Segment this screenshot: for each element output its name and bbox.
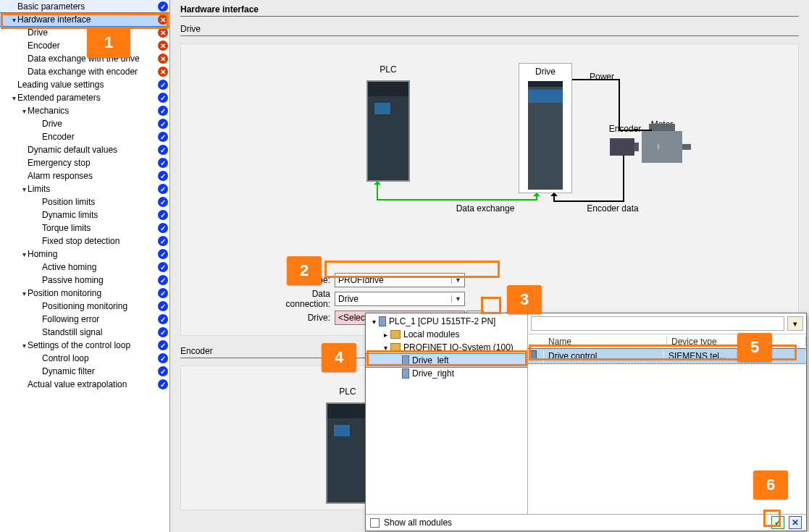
status-ok-icon [156, 208, 169, 221]
tree-item-label: Passive homing [42, 275, 156, 285]
status-error-icon [156, 26, 169, 39]
tree-caret-icon: ▾ [20, 185, 28, 193]
tree-item[interactable]: Data exchange with encoder [0, 65, 169, 78]
show-all-checkbox[interactable] [370, 518, 380, 528]
drive-label: Drive [519, 67, 571, 77]
status-ok-icon [156, 104, 169, 117]
tree-caret-icon: ▾ [10, 94, 17, 102]
tree-item-label: Hardware interface [17, 14, 156, 25]
tree-item[interactable]: Active homing [0, 261, 169, 274]
tree-item[interactable]: Emergency stop [0, 156, 169, 169]
folder-icon [390, 330, 401, 339]
tree-item[interactable]: ▾Limits [0, 182, 169, 195]
status-error-icon [156, 65, 169, 78]
tree-item[interactable]: Fixed stop detection [0, 235, 169, 248]
nav-tree[interactable]: Basic parameters▾Hardware interfaceDrive… [0, 0, 170, 532]
tree-caret-icon: ▾ [10, 16, 17, 24]
popup-tree-label: PROFINET IO-System (100) [403, 342, 514, 352]
status-error-icon [156, 39, 169, 52]
tree-item-label: Position limits [42, 197, 156, 207]
col-device-type[interactable]: Device type [667, 337, 806, 347]
popup-tree-label: Drive_left [412, 355, 449, 366]
tree-item[interactable]: ▾Mechanics [0, 104, 169, 117]
cancel-button[interactable]: ✕ [789, 516, 802, 529]
connector-line [619, 79, 620, 131]
chevron-down-icon: ▼ [451, 295, 461, 303]
tree-item[interactable]: Leading value settings [0, 78, 169, 91]
status-ok-icon [156, 235, 169, 248]
tree-item-label: Extended parameters [17, 93, 156, 103]
tree-item[interactable]: Data exchange with the drive [0, 52, 169, 65]
tree-item[interactable]: Drive [0, 117, 169, 130]
device-icon [379, 316, 386, 326]
status-ok-icon [156, 365, 169, 378]
status-ok-icon [156, 274, 169, 287]
callout-4: 4 [322, 343, 356, 372]
callout-6: 6 [753, 470, 788, 499]
drive-type-select[interactable]: PROFIdrive▼ [335, 273, 465, 287]
data-exchange-label: Data exchange [413, 203, 558, 214]
tree-item[interactable]: Standstill signal [0, 326, 169, 339]
tree-item[interactable]: Encoder [0, 130, 169, 143]
status-ok-icon [156, 130, 169, 143]
tree-item[interactable]: ▾Homing [0, 248, 169, 261]
show-all-label: Show all modules [384, 518, 452, 528]
plc-label: PLC [326, 387, 369, 397]
tree-item-label: Data exchange with encoder [28, 67, 156, 77]
tree-item[interactable]: ▾Extended parameters [0, 91, 169, 104]
tree-item[interactable]: Dynamic filter [0, 365, 169, 378]
tree-item[interactable]: Torque limits [0, 221, 169, 235]
popup-tree-item[interactable]: ▾PLC_1 [CPU 1515TF-2 PN] [366, 315, 527, 328]
tree-item[interactable]: Control loop [0, 352, 169, 365]
filter-input[interactable] [531, 316, 784, 331]
status-ok-icon [156, 195, 169, 208]
tree-caret-icon: ▾ [370, 318, 377, 326]
page-title: Hardware interface [180, 4, 799, 14]
tree-item-label: Encoder [42, 132, 156, 142]
tree-item[interactable]: Alarm responses [0, 169, 169, 182]
tree-item[interactable]: Basic parameters [0, 0, 169, 13]
status-ok-icon [156, 0, 169, 13]
popup-tree-item[interactable]: Drive_left [366, 354, 527, 367]
tree-item[interactable]: Drive [0, 26, 169, 39]
popup-tree-item[interactable]: ▾PROFINET IO-System (100) [366, 341, 527, 354]
tree-item[interactable]: Passive homing [0, 274, 169, 287]
popup-footer: Show all modules ✓ ✕ [366, 515, 806, 531]
popup-tree-item[interactable]: ▸Local modules [366, 328, 527, 341]
tree-item[interactable]: ▾Position monitoring [0, 287, 169, 300]
filter-button[interactable]: ▾ [787, 316, 803, 331]
tree-caret-icon: ▸ [382, 331, 389, 339]
data-connection-label: Data connection: [265, 289, 335, 309]
tree-item[interactable]: Position limits [0, 195, 169, 208]
tree-item-label: Actual value extrapolation [28, 379, 156, 389]
tree-item[interactable]: Actual value extrapolation [0, 378, 169, 391]
status-ok-icon [156, 352, 169, 365]
connector-line [623, 156, 624, 202]
tree-item[interactable]: ▾Hardware interface [0, 13, 169, 26]
callout-1: 1 [87, 28, 130, 58]
col-name[interactable]: Name [544, 337, 667, 347]
ok-button[interactable]: ✓ [771, 516, 784, 529]
motor-icon: ᚾ [642, 131, 682, 163]
tree-item[interactable]: Dynamic default values [0, 143, 169, 156]
encoder-data-label: Encoder data [555, 203, 671, 214]
tree-item-label: Dynamic default values [28, 145, 156, 155]
data-connection-select[interactable]: Drive▼ [335, 292, 465, 306]
tree-item[interactable]: Dynamic limits [0, 208, 169, 221]
popup-device-tree[interactable]: ▾PLC_1 [CPU 1515TF-2 PN]▸Local modules▾P… [366, 313, 528, 514]
tree-item[interactable]: Following error [0, 313, 169, 326]
tree-caret-icon: ▾ [20, 290, 28, 297]
connector-line [619, 130, 652, 131]
popup-tree-item[interactable]: Drive_right [366, 367, 527, 380]
tree-item-label: Torque limits [42, 223, 156, 233]
tree-item[interactable]: ▾Settings of the control loop [0, 339, 169, 352]
tree-item-label: Basic parameters [17, 1, 156, 12]
connector-line [572, 79, 619, 80]
tree-item-label: Settings of the control loop [28, 340, 156, 350]
tree-item[interactable]: Encoder [0, 39, 169, 52]
connector-line [377, 199, 537, 200]
callout-5: 5 [737, 333, 772, 362]
tree-item[interactable]: Positioning monitoring [0, 300, 169, 313]
tree-item-label: Standstill signal [42, 327, 156, 337]
filter-row: ▾ [528, 313, 806, 334]
